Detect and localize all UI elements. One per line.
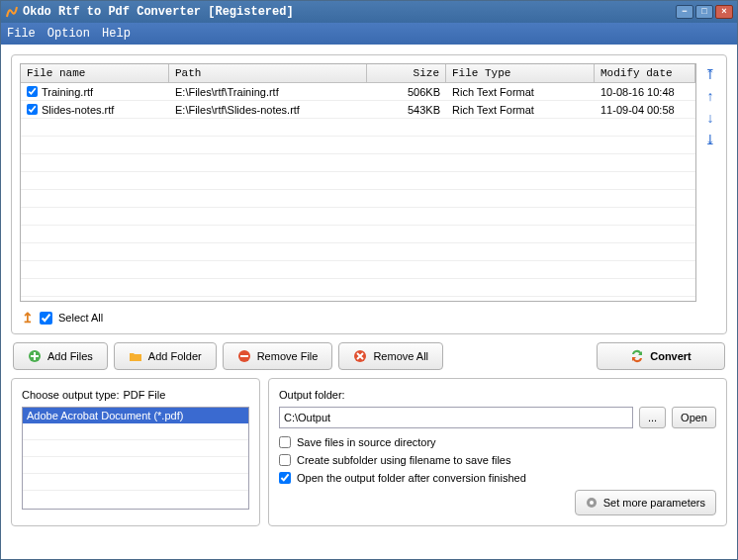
cell-path: E:\Files\rtf\Slides-notes.rtf: [169, 104, 367, 116]
titlebar: Okdo Rtf to Pdf Converter [Registered] −…: [1, 1, 737, 23]
cell-filetype: Rich Text Format: [446, 86, 595, 98]
add-folder-button[interactable]: Add Folder: [114, 342, 217, 370]
browse-button[interactable]: ...: [639, 407, 666, 428]
cell-size: 506KB: [367, 86, 446, 98]
menu-file[interactable]: File: [7, 27, 36, 41]
cell-filename: Training.rtf: [42, 86, 93, 98]
app-icon: [5, 5, 19, 19]
close-button[interactable]: ×: [715, 5, 733, 19]
table-row[interactable]: [21, 119, 695, 137]
move-top-button[interactable]: ⤒: [702, 67, 718, 83]
table-row[interactable]: [21, 226, 695, 243]
row-checkbox[interactable]: [27, 104, 38, 115]
remove-file-button[interactable]: Remove File: [223, 342, 333, 370]
open-after-checkbox[interactable]: [279, 472, 291, 484]
select-all-label: Select All: [58, 312, 103, 324]
output-folder-input[interactable]: [279, 407, 633, 428]
remove-all-icon: [353, 349, 367, 363]
move-down-button[interactable]: ↓: [702, 111, 718, 127]
minimize-button[interactable]: −: [676, 5, 693, 19]
output-type-option[interactable]: Adobe Acrobat Document (*.pdf): [23, 408, 248, 423]
table-row[interactable]: [21, 261, 695, 279]
cell-modify: 11-09-04 00:58: [595, 104, 695, 116]
convert-button[interactable]: Convert: [597, 342, 725, 370]
table-row[interactable]: [21, 208, 695, 226]
table-row[interactable]: [21, 137, 695, 154]
output-type-value: PDF File: [123, 389, 165, 401]
gear-icon: [586, 497, 598, 509]
add-files-button[interactable]: Add Files: [13, 342, 108, 370]
col-modify[interactable]: Modify date: [595, 64, 695, 82]
table-row[interactable]: [21, 172, 695, 190]
col-filename[interactable]: File name: [21, 64, 169, 82]
output-type-panel: Choose output type: PDF File Adobe Acrob…: [11, 378, 260, 526]
cell-size: 543KB: [367, 104, 446, 116]
save-source-checkbox[interactable]: [279, 436, 291, 448]
output-folder-label: Output folder:: [279, 389, 716, 401]
folder-icon: [129, 349, 142, 363]
subfolder-checkbox[interactable]: [279, 454, 291, 466]
save-source-label: Save files in source directory: [297, 436, 436, 448]
menubar: File Option Help: [1, 23, 737, 45]
cell-filetype: Rich Text Format: [446, 104, 595, 116]
cell-path: E:\Files\rtf\Training.rtf: [169, 86, 367, 98]
row-checkbox[interactable]: [27, 86, 38, 97]
table-row[interactable]: [21, 279, 695, 297]
col-size[interactable]: Size: [367, 64, 446, 82]
table-row[interactable]: Training.rtfE:\Files\rtf\Training.rtf506…: [21, 83, 695, 101]
minus-icon: [237, 349, 251, 363]
set-more-parameters-button[interactable]: Set more parameters: [575, 490, 716, 515]
up-folder-icon[interactable]: ↥: [22, 310, 34, 326]
select-all-checkbox[interactable]: [40, 312, 52, 325]
menu-help[interactable]: Help: [102, 27, 131, 41]
remove-all-button[interactable]: Remove All: [338, 342, 443, 370]
svg-point-4: [590, 501, 594, 505]
window-title: Okdo Rtf to Pdf Converter [Registered]: [23, 5, 676, 19]
move-up-button[interactable]: ↑: [702, 89, 718, 105]
output-type-list[interactable]: Adobe Acrobat Document (*.pdf): [22, 407, 249, 510]
table-row[interactable]: [21, 154, 695, 172]
convert-icon: [630, 349, 644, 363]
maximize-button[interactable]: □: [695, 5, 713, 19]
open-after-label: Open the output folder after conversion …: [297, 472, 526, 484]
subfolder-label: Create subfolder using filename to save …: [297, 454, 510, 466]
file-table[interactable]: File name Path Size File Type Modify dat…: [20, 63, 696, 302]
output-type-label: Choose output type:: [22, 389, 119, 401]
cell-modify: 10-08-16 10:48: [595, 86, 695, 98]
open-button[interactable]: Open: [672, 407, 716, 428]
move-bottom-button[interactable]: ⤓: [702, 133, 718, 148]
table-row[interactable]: [21, 297, 695, 301]
menu-option[interactable]: Option: [47, 27, 90, 41]
cell-filename: Slides-notes.rtf: [42, 104, 114, 116]
table-header: File name Path Size File Type Modify dat…: [21, 64, 695, 83]
table-row[interactable]: Slides-notes.rtfE:\Files\rtf\Slides-note…: [21, 101, 695, 119]
plus-icon: [28, 349, 42, 363]
output-folder-panel: Output folder: ... Open Save files in so…: [268, 378, 727, 526]
table-row[interactable]: [21, 190, 695, 208]
col-path[interactable]: Path: [169, 64, 367, 82]
col-filetype[interactable]: File Type: [446, 64, 595, 82]
table-row[interactable]: [21, 243, 695, 261]
